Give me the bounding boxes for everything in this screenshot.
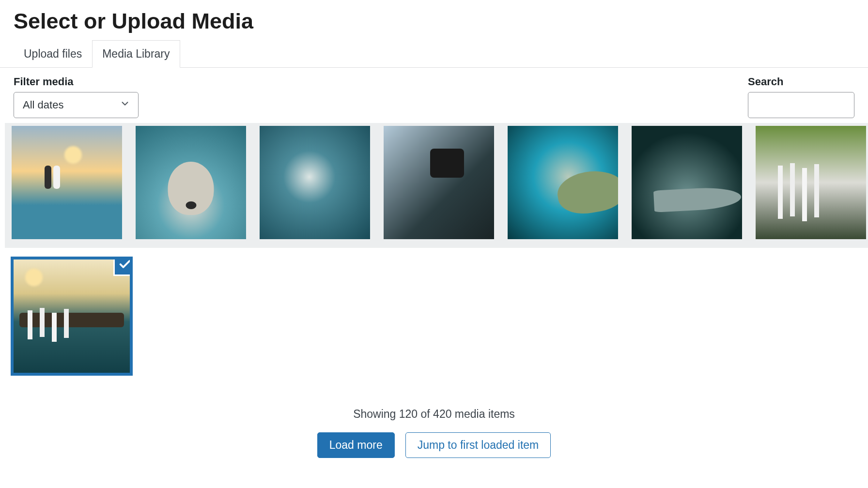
- chevron-down-icon: [120, 98, 130, 112]
- filter-dates-select[interactable]: All dates: [14, 92, 139, 118]
- media-item-shark[interactable]: [632, 126, 742, 239]
- status-text: Showing 120 of 420 media items: [0, 408, 868, 421]
- search-input[interactable]: [748, 92, 854, 118]
- filter-dates-selected: All dates: [23, 99, 63, 111]
- media-item-seal-underwater[interactable]: [136, 126, 246, 239]
- search-block: Search: [748, 76, 854, 118]
- media-item-photographer[interactable]: [384, 126, 494, 239]
- jump-first-button[interactable]: Jump to first loaded item: [405, 432, 551, 458]
- selected-check-icon: [113, 259, 130, 276]
- tabs: Upload files Media Library: [0, 40, 868, 68]
- media-grid: [0, 123, 868, 373]
- search-label: Search: [748, 76, 854, 88]
- media-item-dolphins[interactable]: [260, 126, 370, 239]
- action-buttons: Load more Jump to first loaded item: [0, 432, 868, 458]
- page-title: Select or Upload Media: [0, 0, 868, 40]
- media-item-sea-turtle[interactable]: [508, 126, 618, 239]
- filter-media-label: Filter media: [14, 76, 139, 88]
- media-row-1: [5, 123, 868, 248]
- media-item-sunset-waterfall[interactable]: [14, 259, 130, 373]
- media-item-waterfall-forest[interactable]: [756, 126, 866, 239]
- load-more-button[interactable]: Load more: [317, 432, 395, 458]
- tab-upload-files[interactable]: Upload files: [14, 40, 92, 68]
- filter-media-block: Filter media All dates: [14, 76, 139, 118]
- tab-media-library[interactable]: Media Library: [92, 40, 180, 68]
- toolbar: Filter media All dates Search: [0, 68, 868, 123]
- media-item-beach-couple[interactable]: [12, 126, 122, 239]
